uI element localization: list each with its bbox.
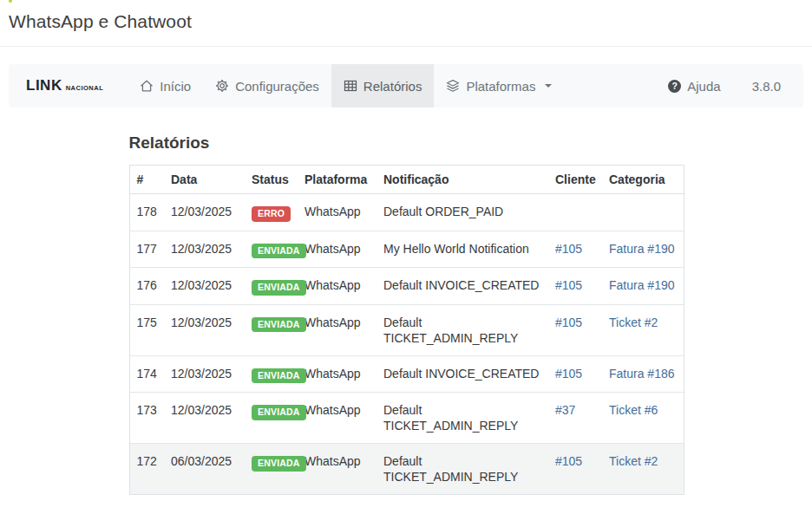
report-platform-cell: WhatsApp: [298, 444, 377, 495]
table-row[interactable]: 17812/03/2025ERROWhatsAppDefault ORDER_P…: [129, 194, 684, 231]
report-status-cell: ENVIADA: [245, 355, 298, 393]
report-platform-cell: WhatsApp: [298, 355, 377, 393]
status-badge: ERRO: [252, 206, 291, 222]
client-link[interactable]: #105: [555, 316, 582, 329]
nav-item-configuracoes[interactable]: Configurações: [203, 64, 331, 107]
report-section: Relatórios # Data Status Plataforma Noti…: [129, 133, 684, 495]
status-badge: ENVIADA: [252, 317, 306, 333]
nav-item-label: Início: [160, 79, 191, 94]
report-status-cell: ENVIADA: [245, 231, 298, 268]
nav-item-label: Configurações: [235, 79, 319, 94]
status-badge: ENVIADA: [252, 280, 306, 296]
report-notification-cell: Default INVOICE_CREATED: [377, 268, 548, 305]
report-category-cell: Ticket #2: [602, 444, 684, 495]
brand-logo[interactable]: LINK NACIONAL: [9, 64, 117, 107]
report-id-cell: 177: [129, 231, 164, 268]
report-status-cell: ENVIADA: [245, 268, 298, 305]
navbar-right-group: ? Ajuda 3.8.0: [656, 64, 803, 107]
report-notification-cell: My Hello World Notification: [377, 231, 548, 268]
client-link[interactable]: #105: [555, 278, 582, 292]
report-notification-cell: Default INVOICE_CREATED: [377, 355, 548, 393]
category-link[interactable]: Fatura #190: [609, 242, 675, 256]
report-date-cell: 06/03/2025: [164, 444, 245, 495]
version-label: 3.8.0: [733, 64, 789, 107]
report-notification-cell: Default ORDER_PAID: [377, 194, 548, 231]
nav-item-relatorios[interactable]: Relatórios: [331, 64, 435, 107]
report-client-cell: [548, 194, 602, 231]
report-id-cell: 172: [129, 444, 164, 495]
home-icon: [140, 79, 154, 93]
table-row[interactable]: 17312/03/2025ENVIADAWhatsAppDefault TICK…: [129, 393, 684, 444]
gear-icon: [215, 79, 229, 93]
report-notification-cell: Default TICKET_ADMIN_REPLY: [377, 393, 548, 444]
report-status-cell: ENVIADA: [245, 393, 298, 444]
table-header-row: # Data Status Plataforma Notificação Cli…: [129, 166, 684, 194]
report-date-cell: 12/03/2025: [164, 231, 245, 268]
col-header-categoria: Categoria: [602, 166, 684, 194]
category-link[interactable]: Ticket #2: [609, 454, 658, 468]
col-header-notificacao: Notificação: [377, 166, 548, 194]
help-link[interactable]: ? Ajuda: [656, 64, 732, 107]
report-client-cell: #105: [548, 444, 602, 495]
report-id-cell: 173: [129, 393, 164, 444]
table-row[interactable]: 17412/03/2025ENVIADAWhatsAppDefault INVO…: [129, 355, 684, 393]
table-row[interactable]: 17612/03/2025ENVIADAWhatsAppDefault INVO…: [129, 268, 684, 305]
status-badge: ENVIADA: [252, 368, 306, 384]
layers-icon: [446, 79, 460, 93]
table-row[interactable]: 17206/03/2025ENVIADAWhatsAppDefault TICK…: [129, 444, 684, 495]
logo-suffix: NACIONAL: [66, 84, 104, 92]
report-client-cell: #105: [548, 268, 602, 305]
report-id-cell: 175: [129, 304, 164, 355]
report-date-cell: 12/03/2025: [164, 268, 245, 305]
status-badge: ENVIADA: [252, 456, 306, 472]
report-platform-cell: WhatsApp: [298, 304, 377, 355]
table-row[interactable]: 17512/03/2025ENVIADAWhatsAppDefault TICK…: [129, 304, 684, 355]
main-navbar: LINK NACIONAL Início Co: [9, 64, 803, 107]
col-header-cliente: Cliente: [548, 166, 602, 194]
nav-item-plataformas[interactable]: Plataformas: [434, 64, 564, 107]
report-category-cell: Fatura #190: [602, 268, 684, 305]
report-category-cell: Ticket #6: [602, 393, 684, 444]
report-notification-cell: Default TICKET_ADMIN_REPLY: [377, 304, 548, 355]
report-id-cell: 176: [129, 268, 164, 305]
report-notification-cell: Default TICKET_ADMIN_REPLY: [377, 444, 548, 495]
client-link[interactable]: #105: [555, 454, 582, 468]
report-table-body: 17812/03/2025ERROWhatsAppDefault ORDER_P…: [129, 194, 684, 495]
report-client-cell: #105: [548, 231, 602, 268]
category-link[interactable]: Fatura #190: [609, 278, 675, 292]
page-header: WhatsApp e Chatwoot: [0, 0, 812, 47]
report-category-cell: Fatura #190: [602, 231, 684, 268]
report-id-cell: 178: [129, 194, 164, 231]
category-link[interactable]: Ticket #2: [609, 316, 658, 329]
report-client-cell: #105: [548, 355, 602, 393]
report-status-cell: ENVIADA: [245, 444, 298, 495]
report-category-cell: [602, 194, 684, 231]
col-header-plataforma: Plataforma: [298, 166, 377, 194]
nav-item-inicio[interactable]: Início: [128, 64, 203, 107]
report-platform-cell: WhatsApp: [298, 393, 377, 444]
report-date-cell: 12/03/2025: [164, 355, 245, 393]
report-platform-cell: WhatsApp: [298, 194, 377, 231]
client-link[interactable]: #105: [555, 367, 582, 381]
nav-item-label: Relatórios: [363, 79, 422, 94]
report-heading: Relatórios: [129, 133, 684, 153]
report-date-cell: 12/03/2025: [164, 393, 245, 444]
category-link[interactable]: Fatura #186: [609, 367, 675, 381]
chevron-down-icon: [545, 84, 552, 88]
category-link[interactable]: Ticket #6: [609, 403, 658, 417]
page-title: WhatsApp e Chatwoot: [9, 11, 803, 32]
col-header-status: Status: [245, 166, 298, 194]
help-label: Ajuda: [687, 79, 720, 94]
nav-item-label: Plataformas: [466, 79, 535, 94]
report-platform-cell: WhatsApp: [298, 268, 377, 305]
report-category-cell: Fatura #186: [602, 355, 684, 393]
client-link[interactable]: #105: [555, 242, 582, 256]
report-client-cell: #105: [548, 304, 602, 355]
status-badge: ENVIADA: [252, 405, 306, 420]
question-circle-icon: ?: [668, 80, 681, 93]
report-client-cell: #37: [548, 393, 602, 444]
table-row[interactable]: 17712/03/2025ENVIADAWhatsAppMy Hello Wor…: [129, 231, 684, 268]
report-id-cell: 174: [129, 355, 164, 393]
client-link[interactable]: #37: [555, 403, 575, 417]
report-table: # Data Status Plataforma Notificação Cli…: [129, 165, 684, 495]
